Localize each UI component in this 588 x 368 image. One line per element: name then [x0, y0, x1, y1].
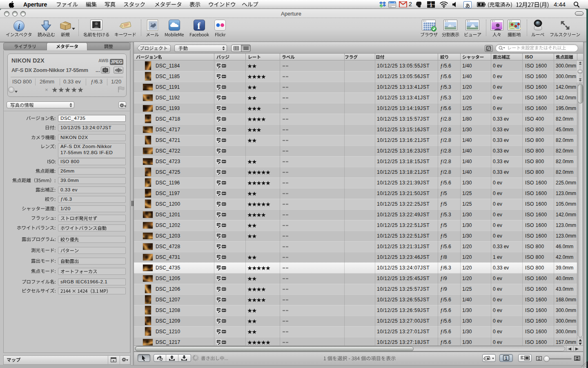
svg-text:1: 1	[430, 2, 432, 7]
svg-text:1: 1	[505, 356, 508, 361]
